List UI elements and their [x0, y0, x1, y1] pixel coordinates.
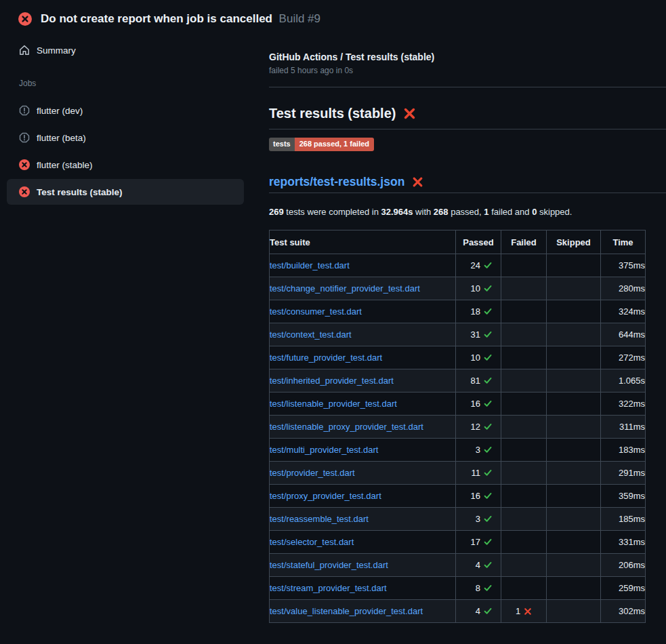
time-cell: 291ms — [601, 462, 646, 485]
cross-mark-icon — [403, 107, 416, 120]
suite-link[interactable]: test/context_test.dart — [270, 329, 352, 340]
suite-cell: test/listenable_proxy_provider_test.dart — [270, 416, 456, 439]
table-row: test/stream_provider_test.dart 8 259ms — [270, 577, 646, 600]
time-cell: 259ms — [601, 577, 646, 600]
failed-cell — [501, 554, 547, 577]
suite-link[interactable]: test/stateful_provider_test.dart — [270, 560, 388, 570]
passed-cell: 12 — [456, 416, 501, 439]
suite-cell: test/inherited_provider_test.dart — [270, 369, 456, 393]
report-heading: reports/test-results.json — [269, 174, 666, 193]
sidebar-item-summary[interactable]: Summary — [7, 38, 244, 62]
time-cell: 272ms — [601, 346, 646, 369]
sidebar-job-item[interactable]: flutter (beta) — [7, 125, 244, 150]
sidebar-summary-label: Summary — [37, 45, 76, 56]
duration: 32.964s — [381, 207, 413, 217]
breadcrumb: GitHub Actions / Test results (stable) — [269, 52, 666, 62]
cross-mark-icon — [412, 176, 423, 188]
check-icon — [484, 561, 493, 569]
passed-cell: 3 — [456, 439, 501, 462]
failed-cell — [501, 300, 547, 323]
job-label: flutter (stable) — [37, 160, 93, 170]
passed-cell: 81 — [456, 369, 501, 393]
table-row: test/selector_test.dart 17 331ms — [270, 531, 646, 554]
skipped-cell — [547, 554, 601, 577]
suite-cell: test/builder_test.dart — [270, 254, 456, 277]
check-icon — [484, 261, 493, 270]
skipped-cell — [547, 254, 601, 277]
sidebar-job-item[interactable]: flutter (dev) — [7, 98, 244, 123]
jobs-section-label: Jobs — [19, 79, 251, 88]
suite-link[interactable]: test/multi_provider_test.dart — [270, 445, 378, 455]
passed-cell: 31 — [456, 323, 501, 346]
col-header-passed: Passed — [456, 230, 501, 254]
suite-link[interactable]: test/proxy_provider_test.dart — [270, 491, 381, 501]
table-row: test/change_notifier_provider_test.dart … — [270, 277, 646, 300]
time-cell: 280ms — [601, 277, 646, 300]
failed-cell — [501, 393, 547, 416]
col-header-test-suite: Test suite — [270, 230, 456, 254]
sidebar-job-item[interactable]: flutter (stable) — [7, 152, 244, 178]
failed-cell — [501, 577, 547, 600]
time-cell: 183ms — [601, 439, 646, 462]
passed-cell: 4 — [456, 554, 501, 577]
suite-link[interactable]: test/stream_provider_test.dart — [270, 583, 387, 593]
col-header-skipped: Skipped — [547, 230, 601, 254]
time-cell: 375ms — [601, 254, 646, 277]
sidebar-job-item[interactable]: Test results (stable) — [7, 179, 244, 205]
sidebar: Summary Jobs flutter (dev) flutter (beta… — [0, 26, 251, 206]
suite-link[interactable]: test/reassemble_test.dart — [270, 514, 369, 524]
suite-link[interactable]: test/builder_test.dart — [270, 260, 350, 270]
suite-link[interactable]: test/future_provider_test.dart — [270, 353, 382, 363]
table-row: test/future_provider_test.dart 10 272ms — [270, 346, 646, 369]
failed-cell — [501, 416, 547, 439]
divider — [269, 87, 666, 87]
suite-cell: test/change_notifier_provider_test.dart — [270, 277, 456, 300]
suite-link[interactable]: test/selector_test.dart — [270, 537, 354, 547]
table-row: test/consumer_test.dart 18 324ms — [270, 300, 646, 323]
time-cell: 359ms — [601, 485, 646, 508]
skipped-cell — [547, 323, 601, 346]
suite-link[interactable]: test/value_listenable_provider_test.dart — [270, 606, 423, 616]
skipped-cell — [547, 462, 601, 485]
time-cell: 1.065s — [601, 369, 646, 393]
tests-badge: tests 268 passed, 1 failed — [269, 138, 374, 151]
failed-cell — [501, 323, 547, 346]
suite-cell: test/reassemble_test.dart — [270, 508, 456, 531]
passed-cell: 3 — [456, 508, 501, 531]
main-content: GitHub Actions / Test results (stable) f… — [251, 26, 666, 623]
suite-cell: test/value_listenable_provider_test.dart — [270, 600, 456, 623]
table-row: test/reassemble_test.dart 3 185ms — [270, 508, 646, 531]
suite-cell: test/proxy_provider_test.dart — [270, 485, 456, 508]
suite-link[interactable]: test/provider_test.dart — [270, 468, 355, 478]
home-icon — [19, 45, 30, 56]
badge-label: tests — [269, 138, 295, 151]
suite-link[interactable]: test/consumer_test.dart — [270, 306, 362, 317]
section-title: Test results (stable) — [269, 105, 396, 121]
passed-cell: 24 — [456, 254, 501, 277]
skipped-cell — [547, 600, 601, 623]
total-count: 269 — [269, 207, 284, 217]
failed-cell: 1 — [501, 600, 547, 623]
suite-link[interactable]: test/listenable_provider_test.dart — [270, 399, 397, 409]
build-title-line: Do not create report when job is cancell… — [41, 12, 320, 26]
suite-cell: test/listenable_provider_test.dart — [270, 393, 456, 416]
suite-link[interactable]: test/change_notifier_provider_test.dart — [270, 283, 420, 294]
report-file-link[interactable]: reports/test-results.json — [269, 174, 404, 189]
build-number: Build #9 — [279, 12, 320, 25]
check-icon — [484, 468, 493, 477]
check-icon — [484, 330, 493, 339]
suite-cell: test/stateful_provider_test.dart — [270, 554, 456, 577]
suite-cell: test/provider_test.dart — [270, 462, 456, 485]
suite-cell: test/consumer_test.dart — [270, 300, 456, 323]
suite-cell: test/multi_provider_test.dart — [270, 439, 456, 462]
table-row: test/stateful_provider_test.dart 4 206ms — [270, 554, 646, 577]
passed-cell: 16 — [456, 485, 501, 508]
jobs-list: flutter (dev) flutter (beta) flutter (st… — [0, 98, 251, 205]
table-header-row: Test suite Passed Failed Skipped Time — [270, 230, 646, 254]
check-icon — [484, 353, 493, 362]
skipped-cell — [547, 439, 601, 462]
suite-link[interactable]: test/listenable_proxy_provider_test.dart — [270, 422, 423, 432]
suite-link[interactable]: test/inherited_provider_test.dart — [270, 376, 394, 386]
skipped-cell — [547, 277, 601, 300]
x-mark-icon — [524, 607, 532, 616]
